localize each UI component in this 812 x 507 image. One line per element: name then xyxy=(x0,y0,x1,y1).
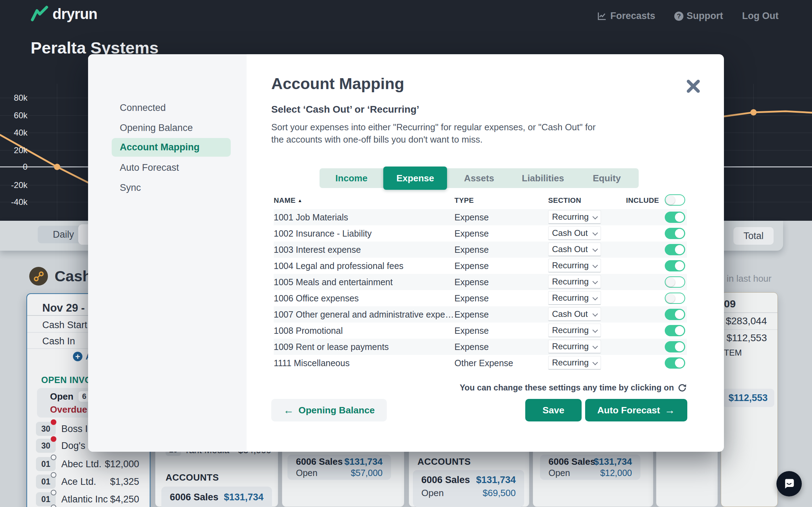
chevron-down-icon xyxy=(593,360,598,365)
include-toggle[interactable] xyxy=(665,357,685,369)
section-select[interactable]: Recurring xyxy=(548,210,601,224)
account-row: 1008 PromotionalExpenseRecurring xyxy=(274,323,687,339)
tab-income[interactable]: Income xyxy=(320,168,383,188)
section-select[interactable]: Cash Out xyxy=(548,307,601,321)
sales-account-box[interactable]: 6006 Sales $131,734 Open $57,000 xyxy=(287,455,391,480)
sidebar-item-auto-forecast[interactable]: Auto Forecast xyxy=(120,160,179,175)
nav-support[interactable]: ? Support xyxy=(674,11,723,21)
nav-logout[interactable]: Log Out xyxy=(742,11,779,21)
y-axis-label: 80k xyxy=(3,93,27,103)
arrow-left-icon: ← xyxy=(283,404,294,416)
invoice-amount: $4,250 xyxy=(110,492,139,506)
cash-in-value: $112,553 xyxy=(726,332,767,344)
status-amount: $67,275 xyxy=(230,504,264,507)
opening-balance-button[interactable]: ← Opening Balance xyxy=(271,399,387,421)
account-type: Expense xyxy=(454,274,489,290)
tab-assets[interactable]: Assets xyxy=(447,168,511,188)
section-select[interactable]: Recurring xyxy=(548,259,601,273)
chevron-down-icon xyxy=(593,230,598,236)
include-toggle[interactable] xyxy=(665,325,685,336)
brand-logo[interactable]: dryrun xyxy=(31,5,97,23)
y-axis-label: 0 xyxy=(3,162,27,172)
sidebar-item-opening-balance[interactable]: Opening Balance xyxy=(120,120,193,136)
account-row: 1111 MiscellaneousOther ExpenseRecurring xyxy=(274,355,687,371)
invoice-row[interactable]: 01Ace Ltd.$1,325 xyxy=(27,475,150,490)
accounts-heading: ACCOUNTS xyxy=(166,471,219,484)
overdue-dot-icon xyxy=(51,436,56,442)
sales-account-box[interactable]: 6006 Sales $131,734 Open $67,275 xyxy=(161,487,272,507)
section-value: Recurring xyxy=(552,275,589,288)
tab-expense[interactable]: Expense xyxy=(383,167,447,190)
account-type: Expense xyxy=(454,323,489,339)
account-type: Expense xyxy=(454,339,489,355)
section-value: Recurring xyxy=(552,259,589,272)
cash-start-value: $283,044 xyxy=(726,315,767,327)
sidebar-item-account-mapping[interactable]: Account Mapping xyxy=(112,138,231,157)
section-select[interactable]: Recurring xyxy=(548,275,601,289)
include-toggle[interactable] xyxy=(665,309,685,320)
invoice-client-name: Abec Ltd. xyxy=(61,457,101,471)
account-status: Open xyxy=(170,504,192,507)
include-toggle[interactable] xyxy=(665,260,685,271)
section-value: Cash Out xyxy=(552,243,588,256)
chevron-down-icon xyxy=(593,263,598,268)
section-column-header: SECTION xyxy=(548,194,581,206)
auto-forecast-button[interactable]: Auto Forecast → xyxy=(585,399,687,421)
add-icon[interactable]: + xyxy=(73,352,82,361)
sidebar-item-sync[interactable]: Sync xyxy=(120,180,141,195)
include-all-toggle[interactable] xyxy=(665,194,685,206)
sales-account-box[interactable]: 6006 Sales $131,734 Open $12,000 xyxy=(540,455,640,480)
item-label: TEM xyxy=(724,348,742,358)
total-button[interactable]: Total xyxy=(733,227,774,245)
invoice-row[interactable]: 01Abec Ltd.$12,000 xyxy=(27,457,150,472)
status-amount: $12,000 xyxy=(600,467,632,478)
y-axis-label: 40k xyxy=(3,128,27,138)
sales-account-box[interactable]: 6006 Sales $131,734 Open $69,500 xyxy=(413,470,524,507)
section-value: Recurring xyxy=(552,340,589,353)
section-select[interactable]: Recurring xyxy=(548,340,601,353)
include-column-header: INCLUDE xyxy=(626,194,659,206)
tab-liabilities[interactable]: Liabilities xyxy=(511,168,575,188)
section-select[interactable]: Cash Out xyxy=(548,243,601,256)
chat-launcher[interactable] xyxy=(776,471,802,496)
account-row: 1003 Interest expenseExpenseCash Out xyxy=(274,242,687,258)
include-toggle[interactable] xyxy=(665,228,685,239)
account-status: Open xyxy=(296,467,317,478)
include-toggle[interactable] xyxy=(665,212,685,223)
close-icon[interactable] xyxy=(684,77,702,95)
include-toggle[interactable] xyxy=(665,276,685,288)
account-type: Expense xyxy=(454,258,489,274)
include-toggle[interactable] xyxy=(665,293,685,304)
name-column-header[interactable]: NAME▲ xyxy=(274,194,302,207)
nav-support-label: Support xyxy=(687,11,723,21)
account-row: 1005 Meals and entertainmentExpenseRecur… xyxy=(274,274,687,290)
account-amount: $131,734 xyxy=(224,491,264,503)
invoice-row[interactable]: 01Atlantic Inc$4,250 xyxy=(27,492,150,507)
tab-equity[interactable]: Equity xyxy=(575,168,639,188)
account-name: 1001 Job Materials xyxy=(274,209,348,225)
account-name: 1005 Meals and entertainment xyxy=(274,274,393,290)
open-label: Open xyxy=(50,391,73,402)
section-select[interactable]: Recurring xyxy=(548,291,601,305)
section-select[interactable]: Recurring xyxy=(548,324,601,337)
save-button[interactable]: Save xyxy=(525,399,582,421)
account-status: Open xyxy=(548,467,570,478)
divider xyxy=(721,329,777,330)
cash-start-label: Cash Start xyxy=(42,317,87,333)
help-icon: ? xyxy=(674,12,683,21)
open-circle-icon xyxy=(51,490,56,495)
include-toggle[interactable] xyxy=(665,341,685,352)
section-value: Recurring xyxy=(552,324,589,337)
nav-forecasts[interactable]: Forecasts xyxy=(597,11,655,21)
account-amount: $131,734 xyxy=(594,456,632,467)
section-select[interactable]: Cash Out xyxy=(548,226,601,240)
week-card-header: 09 xyxy=(724,297,736,311)
top-nav: Forecasts ? Support Log Out xyxy=(597,11,779,21)
section-select[interactable]: Recurring xyxy=(548,356,601,370)
account-name: 1008 Promotional xyxy=(274,323,343,339)
sidebar-item-connected[interactable]: Connected xyxy=(120,100,166,115)
include-toggle[interactable] xyxy=(665,244,685,255)
arrow-right-icon: → xyxy=(665,404,675,416)
sort-asc-icon: ▲ xyxy=(298,198,302,203)
account-name: 6006 Sales xyxy=(548,456,595,467)
